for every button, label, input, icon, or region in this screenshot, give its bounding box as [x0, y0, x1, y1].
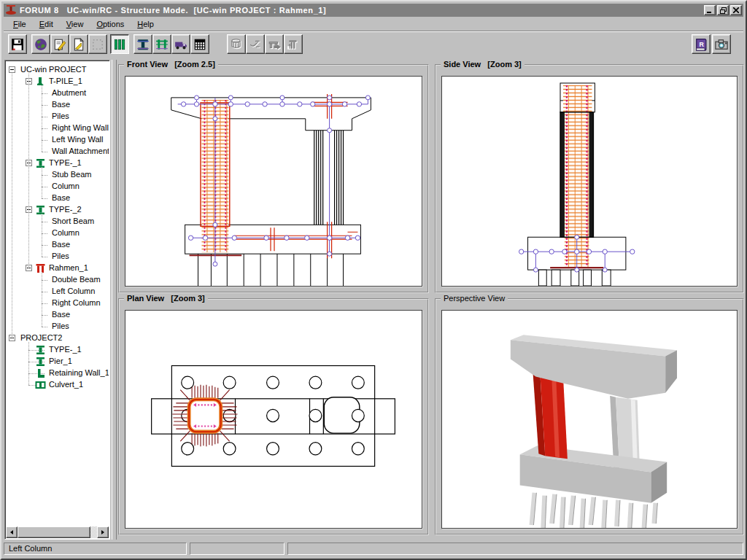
pier-icon: [35, 345, 46, 355]
title-bar: FORUM 8 UC-win/RC - Structure Mode. [UC-…: [4, 4, 743, 17]
menu-file[interactable]: File: [7, 18, 33, 30]
tree-item-base[interactable]: Base: [6, 192, 109, 204]
tree-item-abutment[interactable]: Abutment: [6, 88, 109, 99]
camera-snapshot-button[interactable]: [712, 34, 731, 54]
tree-item-label: Column: [50, 182, 81, 190]
pier-icon: [35, 205, 46, 215]
ibeam-pier-button[interactable]: [133, 34, 152, 54]
pier-mode-button[interactable]: [110, 34, 129, 54]
tree-item-right-column[interactable]: Right Column: [6, 298, 109, 309]
close-button[interactable]: [730, 5, 742, 15]
minimize-button[interactable]: [704, 5, 716, 15]
edit-report-button[interactable]: [50, 34, 69, 54]
tree-item-short-beam[interactable]: Short Beam: [6, 216, 109, 228]
tree-item-label: Piles: [50, 112, 71, 120]
tree-item-label: PROJECT2: [19, 333, 63, 342]
front-view-canvas[interactable]: [125, 76, 422, 287]
wall-icon: [35, 368, 46, 378]
viewport-front-title: Front View [Zoom 2.5]: [124, 60, 218, 69]
scroll-right-button[interactable]: [97, 526, 109, 538]
tree-item-rahmen-1[interactable]: Rahmen_1: [6, 262, 109, 274]
bridge-arrow-button[interactable]: [265, 34, 284, 54]
pier-icon: [35, 158, 46, 168]
tree-item-label: Retaining Wall_1: [47, 368, 109, 377]
app-window: FORUM 8 UC-win/RC - Structure Mode. [UC-…: [0, 0, 747, 560]
menu-edit[interactable]: Edit: [33, 18, 60, 30]
tree-item-base[interactable]: Base: [6, 309, 109, 321]
plan-view-drawing: [125, 311, 422, 528]
tree-item-double-beam[interactable]: Double Beam: [6, 274, 109, 286]
menu-options[interactable]: Options: [90, 18, 131, 30]
tree-item-culvert-1[interactable]: Culvert_1: [6, 379, 109, 391]
tree-item-base[interactable]: Base: [6, 239, 109, 251]
viewport-side: Side View [Zoom 3]: [435, 64, 744, 293]
rahmen-frame-button[interactable]: [152, 34, 171, 54]
restore-button[interactable]: [717, 5, 729, 15]
curve-check-button[interactable]: [246, 34, 265, 54]
rahmen-icon: [35, 263, 46, 273]
side-view-canvas[interactable]: [441, 76, 738, 287]
basket-button[interactable]: [227, 34, 246, 54]
globe-button[interactable]: [31, 34, 50, 54]
tree-item-label: Wall Attachment: [50, 147, 109, 155]
tree-item-type-2[interactable]: TYPE-_2: [6, 204, 109, 216]
status-right: [287, 542, 743, 555]
tree-item-right-wing-wall[interactable]: Right Wing Wall: [6, 122, 109, 134]
tree-item-type-1[interactable]: TYPE-_1: [6, 158, 109, 169]
truck-load-button[interactable]: [171, 34, 190, 54]
tree-item-t-pile-1[interactable]: T-PILE_1: [6, 76, 109, 88]
tree-item-label: Column: [50, 228, 81, 237]
window-title: FORUM 8 UC-win/RC - Structure Mode. [UC-…: [20, 6, 326, 15]
front-view-drawing: [125, 77, 422, 286]
project-tree[interactable]: UC-win PROJECTT-PILE_1AbutmentBasePilesR…: [4, 60, 110, 540]
tree-item-stub-beam[interactable]: Stub Beam: [6, 169, 109, 181]
report-book-button[interactable]: R: [692, 34, 711, 54]
pier-arrow-button[interactable]: [284, 34, 303, 54]
tree-item-type-1[interactable]: TYPE-_1: [6, 344, 109, 356]
perspective-view-canvas[interactable]: [441, 310, 738, 529]
tree-item-wall-attachment[interactable]: Wall Attachment: [6, 146, 109, 158]
tree-item-project2[interactable]: PROJECT2: [6, 332, 109, 344]
viewport-perspective: Perspective View: [435, 298, 744, 535]
tree-item-label: Abutment: [50, 88, 88, 97]
tree-item-label: TYPE-_2: [47, 205, 83, 214]
tree-item-label: Short Beam: [50, 217, 96, 225]
tree-item-piles[interactable]: Piles: [6, 111, 109, 122]
scrollbar-thumb[interactable]: [18, 526, 90, 538]
tree-splitter[interactable]: [112, 60, 117, 540]
tree-item-column[interactable]: Column: [6, 228, 109, 239]
tree-item-label: Left Column: [50, 287, 96, 295]
tree-item-uc-win-project[interactable]: UC-win PROJECT: [6, 64, 109, 76]
preview-document-button[interactable]: [69, 34, 88, 54]
tree-item-left-wing-wall[interactable]: Left Wing Wall: [6, 134, 109, 146]
tree-item-label: Stub Beam: [50, 170, 93, 179]
scroll-left-button[interactable]: [6, 526, 18, 538]
status-bar: Left Column: [4, 541, 743, 556]
menu-help[interactable]: Help: [131, 18, 160, 30]
tree-item-left-column[interactable]: Left Column: [6, 286, 109, 298]
tree-horizontal-scrollbar[interactable]: [6, 526, 109, 538]
tree-item-base[interactable]: Base: [6, 99, 109, 111]
culvert-icon: [35, 380, 46, 390]
tree-item-label: TYPE-_1: [47, 345, 83, 354]
abutment-icon: [35, 77, 46, 87]
side-view-drawing: [442, 77, 737, 286]
tree-item-column[interactable]: Column: [6, 181, 109, 192]
save-button[interactable]: [8, 34, 27, 54]
tree-expander[interactable]: [9, 66, 15, 73]
tree-item-piles[interactable]: Piles: [6, 321, 109, 332]
tree-item-label: Right Wing Wall: [50, 123, 109, 132]
tree-item-retaining-wall-1[interactable]: Retaining Wall_1: [6, 368, 109, 379]
tree-item-label: Rahmen_1: [47, 263, 90, 272]
tree-item-label: Base: [50, 240, 71, 249]
tree-item-label: Pier_1: [47, 357, 74, 365]
tree-item-label: Piles: [50, 322, 71, 330]
selection-marquee-button[interactable]: [88, 34, 107, 54]
tree-item-label: Base: [50, 193, 71, 202]
tree-item-pier-1[interactable]: Pier_1: [6, 356, 109, 368]
tree-item-piles[interactable]: Piles: [6, 251, 109, 262]
status-middle: [190, 542, 285, 555]
grid-table-button[interactable]: [190, 34, 209, 54]
plan-view-canvas[interactable]: [125, 310, 422, 529]
menu-view[interactable]: View: [60, 18, 90, 30]
